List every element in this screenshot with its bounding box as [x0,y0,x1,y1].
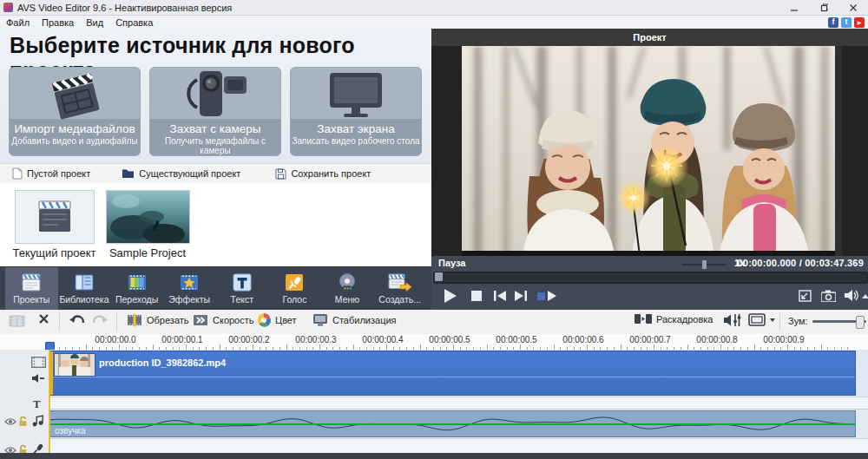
music-note-icon [32,415,43,427]
close-button[interactable] [838,0,868,15]
delete-x-icon [38,313,49,325]
text-icon [232,272,253,292]
preview-header: Проект [431,29,868,46]
fullscreen-icon[interactable] [799,290,812,302]
youtube-icon[interactable]: ▶ [854,17,865,28]
collapse-volume-icon[interactable] [862,294,868,298]
zoom-slider-handle[interactable] [856,316,865,329]
tab-voice[interactable]: Голос [268,267,321,310]
stabilization-button[interactable]: Стабилизация [312,313,397,326]
avs-video-editor-window: AVS Video Editor 9.6 - Неактивированная … [0,0,868,459]
ruler-label: 00:00:00.4 [362,335,403,344]
tab-menu[interactable]: Меню [321,267,374,310]
mute-track-icon[interactable] [32,373,45,384]
facebook-icon[interactable]: f [828,17,838,28]
ruler-label: 00:00:00.5 [496,335,536,344]
audio-clip[interactable]: озвучка [49,410,856,437]
clapperboard-project-icon [36,200,74,234]
folder-icon [122,168,135,179]
sample-project-thumbnail[interactable] [106,190,190,244]
title-bar: AVS Video Editor 9.6 - Неактивированная … [0,0,868,16]
tab-projects[interactable]: Проекты [5,267,58,310]
video-clip-thumbnail [54,353,95,377]
video-clip[interactable]: production ID_3982862.mp4 [49,351,856,396]
social-links: f t ▶ [828,17,868,28]
storyboard-toggle[interactable]: Раскадровка [635,313,713,325]
video-viewer [431,46,868,256]
clip-trim-handle[interactable] [50,351,53,395]
video-clip-name: production ID_3982862.mp4 [99,357,226,368]
speed-button[interactable]: Скорость [193,313,254,327]
speed-icon [193,313,208,327]
disc-menu-icon [337,272,358,292]
capture-camera-button[interactable]: Захват с камеры Получить медиафайлы с ка… [149,67,281,156]
ruler-label: 00:00:00.9 [763,335,804,344]
playback-status: Пауза [438,258,465,268]
color-button[interactable]: Цвет [257,313,297,327]
timeline-tracks: production ID_3982862.mp4 озвучка T [0,350,868,453]
audio-mixer-button[interactable] [724,313,741,327]
play-button[interactable] [444,288,457,304]
display-mode-button[interactable] [748,313,775,326]
tab-existing-project[interactable]: Существующий проект [122,168,240,179]
tab-library[interactable]: Библиотека [58,267,111,310]
current-project-thumbnail[interactable] [15,190,95,244]
audio-volume-line[interactable] [50,423,855,425]
tab-produce[interactable]: Создать... [373,267,426,310]
maximize-button[interactable] [809,0,838,15]
seek-bar[interactable] [433,272,868,284]
effects-icon [179,272,200,292]
volume-icon[interactable] [845,289,858,302]
stop-button[interactable] [471,291,482,301]
menu-view[interactable]: Вид [80,17,109,28]
delete-button[interactable] [38,313,49,325]
tab-effects[interactable]: Эффекты [163,267,216,310]
split-button[interactable] [9,313,25,329]
tab-save-project[interactable]: Сохранить проект [275,168,371,180]
screen-mode-caret-icon [770,318,775,322]
audio-track-visibility-icon[interactable] [4,417,16,426]
tab-text[interactable]: Текст [216,267,269,310]
menu-help[interactable]: Справка [109,17,159,28]
tab-transitions[interactable]: Переходы [110,267,163,310]
speed-slider[interactable] [681,264,727,266]
color-label: Цвет [275,315,297,325]
undo-button[interactable] [69,313,85,325]
twitter-icon[interactable]: t [841,17,852,28]
speed-label: Скорость [213,315,254,325]
seek-handle[interactable] [435,272,443,281]
import-media-caption: Импорт медиафайлов Добавить видео и ауди… [10,119,140,155]
undo-icon [69,313,85,325]
library-icon [74,272,95,292]
ruler-label: 00:00:00.2 [228,335,269,344]
step-playback-button[interactable] [537,291,556,301]
ruler-label: 00:00:00.1 [161,335,202,344]
previous-frame-button[interactable] [494,291,506,301]
menu-file[interactable]: Файл [0,17,36,28]
minimize-button[interactable] [779,0,809,15]
trim-button[interactable]: Обрезать [127,313,189,327]
storyboard-label: Раскадровка [656,314,713,325]
minimize-icon [790,3,799,12]
text-track-icon: T [33,397,41,411]
timeline-ruler[interactable]: 00:00:00.0 00:00:00.1 00:00:00.2 00:00:0… [0,334,868,351]
stabilization-label: Стабилизация [332,315,397,325]
audio-track-lock-icon[interactable] [18,416,28,427]
preview-status-bar: Пауза 1x 00:00:00.000 / 00:03:47.369 [431,256,868,270]
ruler-label: 00:00:00.0 [95,335,135,344]
capture-screen-button[interactable]: Захват экрана Записать видео рабочего ст… [290,67,422,156]
speed-slider-handle[interactable] [702,260,707,269]
underwater-thumbnail-image [107,191,189,243]
tab-empty-project[interactable]: Пустой проект [12,167,90,180]
playhead-line[interactable] [49,350,50,453]
menu-edit[interactable]: Правка [36,17,80,28]
zoom-label: Зум: [788,316,808,326]
window-controls [779,0,868,15]
snapshot-camera-icon[interactable] [821,290,836,302]
zoom-slider[interactable] [812,313,866,329]
import-media-button[interactable]: Импорт медиафайлов Добавить видео и ауди… [9,67,141,156]
voice-icon [284,272,305,292]
next-frame-button[interactable] [515,291,527,301]
redo-button[interactable] [92,313,108,325]
transitions-icon [127,272,148,292]
